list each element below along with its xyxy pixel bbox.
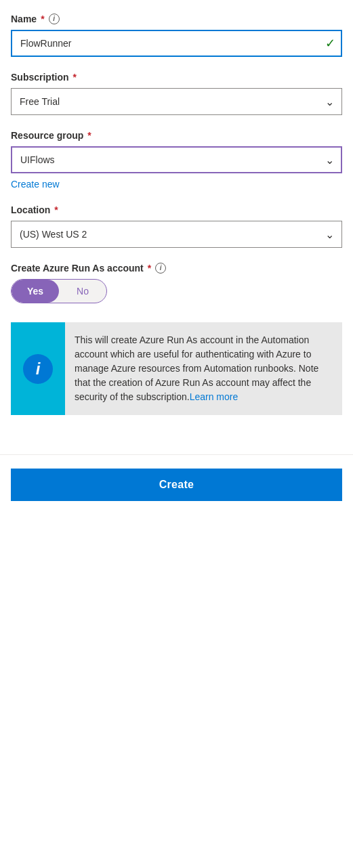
- location-dropdown[interactable]: (US) West US 2 (US) East US (US) West US: [11, 221, 342, 248]
- toggle-no-button[interactable]: No: [59, 280, 106, 303]
- run-as-label: Create Azure Run As account * i: [11, 263, 342, 274]
- create-new-link[interactable]: Create new: [11, 179, 60, 190]
- resource-group-dropdown[interactable]: UIFlows Create new: [11, 146, 342, 173]
- name-label-text: Name: [11, 14, 37, 24]
- name-info-icon[interactable]: i: [49, 14, 60, 24]
- bottom-section: Create: [0, 469, 353, 501]
- subscription-dropdown[interactable]: Free Trial Pay-As-You-Go: [11, 88, 342, 115]
- location-dropdown-wrapper: (US) West US 2 (US) East US (US) West US…: [11, 221, 342, 248]
- resource-group-field-group: Resource group * UIFlows Create new ⌄ Cr…: [11, 130, 342, 190]
- run-as-required-star: *: [148, 263, 151, 274]
- resource-group-label: Resource group *: [11, 130, 342, 141]
- location-field-group: Location * (US) West US 2 (US) East US (…: [11, 204, 342, 248]
- resource-group-dropdown-wrapper: UIFlows Create new ⌄: [11, 146, 342, 173]
- location-label-text: Location: [11, 204, 50, 215]
- info-circle-icon: i: [23, 354, 53, 384]
- info-box-sidebar: i: [11, 322, 65, 415]
- run-as-field-group: Create Azure Run As account * i Yes No: [11, 263, 342, 303]
- run-as-label-text: Create Azure Run As account: [11, 263, 144, 274]
- run-as-info-icon[interactable]: i: [155, 263, 166, 274]
- subscription-required-star: *: [73, 72, 77, 83]
- info-box-content: This will create Azure Run As account in…: [65, 322, 342, 415]
- resource-group-required-star: *: [87, 130, 91, 141]
- name-check-icon: ✓: [325, 36, 335, 51]
- location-label: Location *: [11, 204, 342, 215]
- subscription-label-text: Subscription: [11, 72, 69, 83]
- subscription-dropdown-wrapper: Free Trial Pay-As-You-Go ⌄: [11, 88, 342, 115]
- create-button[interactable]: Create: [11, 469, 342, 501]
- name-required-star: *: [41, 14, 44, 24]
- run-as-toggle: Yes No: [11, 279, 107, 303]
- bottom-divider: [0, 454, 353, 455]
- resource-group-label-text: Resource group: [11, 130, 83, 141]
- subscription-label: Subscription *: [11, 72, 342, 83]
- toggle-yes-button[interactable]: Yes: [12, 280, 59, 303]
- info-box: i This will create Azure Run As account …: [11, 322, 342, 415]
- name-input-wrapper: ✓: [11, 30, 342, 57]
- name-label: Name * i: [11, 14, 342, 24]
- location-required-star: *: [54, 204, 58, 215]
- name-input[interactable]: [11, 30, 342, 57]
- name-field-group: Name * i ✓: [11, 14, 342, 57]
- info-learn-more-link[interactable]: Learn more: [190, 391, 238, 402]
- subscription-field-group: Subscription * Free Trial Pay-As-You-Go …: [11, 72, 342, 115]
